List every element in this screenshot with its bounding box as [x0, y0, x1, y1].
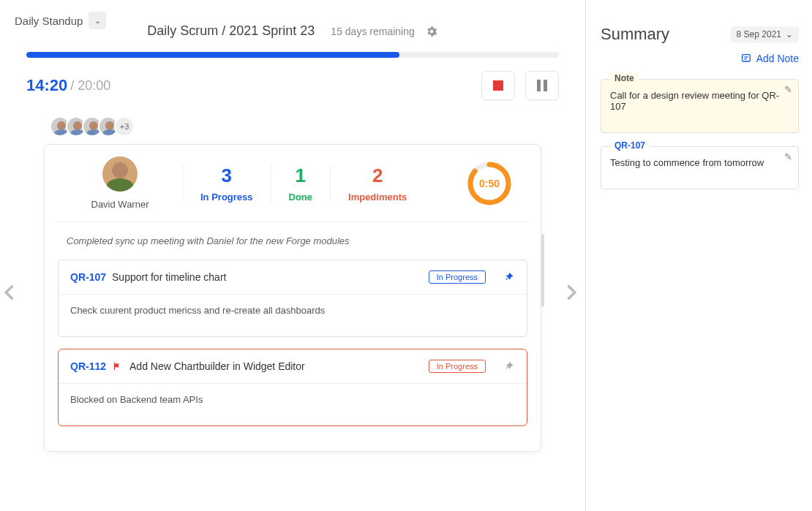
stop-button[interactable]	[481, 71, 515, 100]
prev-user-button[interactable]	[0, 278, 20, 307]
status-line: Completed sync up meeting with Daniel fo…	[67, 235, 527, 246]
pin-icon[interactable]	[503, 360, 515, 372]
task-id[interactable]: QR-112	[70, 360, 106, 372]
days-remaining: 15 days remaining	[331, 26, 414, 37]
svg-rect-2	[742, 55, 750, 61]
add-note-button[interactable]: Add Note	[601, 53, 799, 64]
stat-impediments[interactable]: 2 Impediments	[330, 164, 424, 202]
pin-icon[interactable]	[503, 271, 515, 283]
sprint-progress	[26, 52, 559, 58]
note-body: Testing to commence from tomorrow	[610, 157, 789, 168]
stat-label: Impediments	[348, 192, 407, 202]
chevron-down-icon: ⌄	[89, 12, 106, 29]
task-id[interactable]: QR-107	[70, 271, 106, 283]
task-item[interactable]: QR-107 Support for timeline chart In Pro…	[58, 260, 527, 337]
scrollbar[interactable]	[541, 234, 544, 307]
note-label: QR-107	[610, 140, 650, 151]
edit-icon[interactable]: ✎	[784, 84, 792, 95]
next-user-button[interactable]	[560, 278, 581, 307]
note-body: Call for a design review meeting for QR-…	[610, 90, 789, 112]
stat-num: 3	[200, 164, 253, 187]
stat-label: In Progress	[200, 192, 253, 202]
timer-elapsed: 14:20	[26, 76, 67, 95]
sprint-progress-fill	[26, 52, 399, 58]
note-label: Note	[610, 73, 639, 83]
user-avatar	[102, 156, 138, 192]
note-icon	[740, 53, 752, 64]
stat-num: 2	[348, 164, 407, 187]
task-title: Support for timeline chart	[112, 271, 226, 283]
stat-done[interactable]: 1 Done	[271, 164, 331, 202]
pause-button[interactable]	[525, 71, 559, 100]
status-badge: In Progress	[429, 270, 486, 284]
stat-label: Done	[289, 192, 313, 202]
add-note-label: Add Note	[756, 53, 799, 64]
ring-time: 0:50	[479, 178, 500, 189]
stat-in-progress[interactable]: 3 In Progress	[182, 164, 271, 202]
summary-title: Summary	[601, 25, 669, 44]
breadcrumb: Daily Scrum / 2021 Sprint 23	[147, 23, 315, 39]
stop-icon	[493, 80, 503, 91]
task-title: Add New Chartbuilder in Widget Editor	[129, 360, 305, 372]
dropdown-label: Daily Standup	[15, 15, 83, 27]
date-label: 8 Sep 2021	[737, 29, 781, 39]
task-body: Check cuurent product mericss and re-cre…	[59, 295, 527, 336]
gear-icon[interactable]	[425, 25, 438, 38]
stat-num: 1	[289, 164, 313, 187]
user-card: David Warner 3 In Progress 1 Done 2 Impe…	[44, 144, 541, 452]
avatar-more[interactable]: +3	[114, 116, 135, 137]
task-body: Blocked on Backend team APIs	[59, 384, 527, 425]
note-card[interactable]: Note ✎ Call for a design review meeting …	[601, 79, 799, 133]
note-card[interactable]: QR-107 ✎ Testing to commence from tomorr…	[601, 146, 799, 189]
user-name: David Warner	[58, 199, 182, 210]
edit-icon[interactable]: ✎	[784, 151, 792, 162]
status-badge: In Progress	[429, 360, 486, 373]
date-picker[interactable]: 8 Sep 2021 ⌄	[731, 26, 799, 42]
standup-dropdown[interactable]: Daily Standup ⌄	[15, 12, 106, 29]
pause-icon	[537, 80, 547, 91]
flag-icon	[112, 361, 122, 371]
task-item[interactable]: QR-112 Add New Chartbuilder in Widget Ed…	[58, 349, 527, 426]
speaker-timer-ring: 0:50	[466, 160, 527, 207]
timer-total: / 20:00	[70, 78, 110, 94]
participant-avatars[interactable]: +3	[50, 116, 571, 137]
chevron-down-icon: ⌄	[786, 29, 793, 39]
